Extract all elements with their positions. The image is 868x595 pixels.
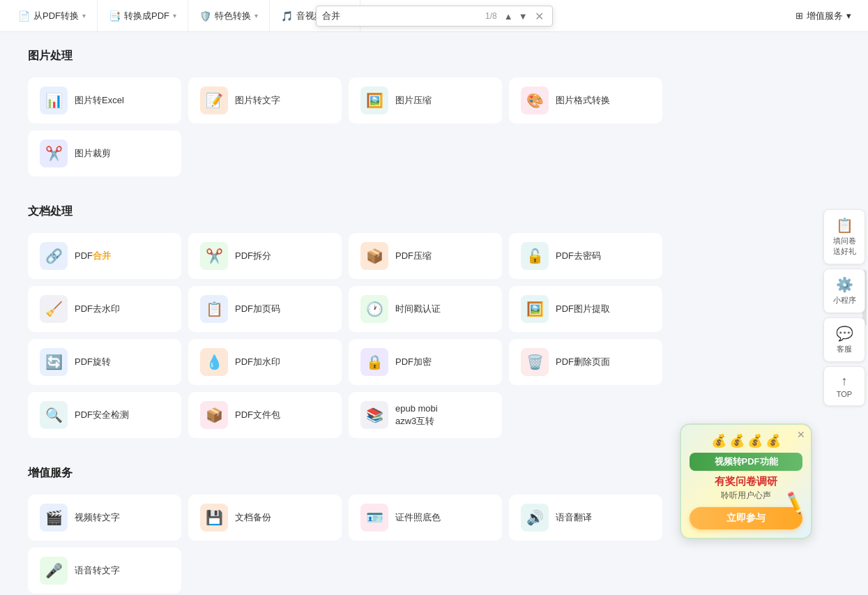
promo-close-button[interactable]: ✕ (797, 429, 805, 440)
cert-bg-remove-icon: 🪪 (360, 504, 388, 532)
pdf-encrypt-icon: 🔒 (360, 348, 388, 376)
img-to-text-icon: 📝 (200, 86, 228, 114)
pdf-security-check-label: PDF安全检测 (75, 409, 129, 421)
to-pdf-chevron: ▾ (173, 12, 176, 20)
pdf-split-icon: ✂️ (200, 242, 228, 270)
tool-img-to-text[interactable]: 📝 图片转文字 (188, 77, 342, 123)
img-crop-icon: ✂️ (40, 140, 68, 167)
tool-pdf-remove-pwd[interactable]: 🔓 PDF去密码 (509, 233, 662, 279)
video-to-text-label: 视频转文字 (75, 511, 120, 524)
promo-title: 视频转PDF功能 (690, 453, 802, 471)
tool-pdf-delete-page[interactable]: 🗑️ PDF删除页面 (509, 339, 662, 385)
pdf-file-pack-label: PDF文件包 (235, 409, 280, 421)
tool-cert-bg-remove[interactable]: 🪪 证件照底色 (349, 495, 502, 541)
right-sidebar: 📋 填问卷 送好礼 ⚙️ 小程序 💬 客服 ↑ TOP (821, 209, 868, 406)
doc-tool-grid: 🔗 PDF合并 ✂️ PDF拆分 📦 PDF压缩 🔓 PDF去密码 🧹 PDF去… (28, 233, 809, 438)
pdf-img-extract-icon: 🖼️ (521, 295, 549, 323)
tool-img-crop[interactable]: ✂️ 图片裁剪 (28, 130, 181, 176)
service-button[interactable]: 💬 客服 (823, 317, 865, 362)
promo-icons-row: 💰 💰 💰 💰 (690, 433, 802, 449)
survey-label: 填问卷 送好礼 (833, 236, 856, 257)
search-bar: 1/8 ▲ ▼ ✕ (316, 6, 553, 27)
tool-pdf-img-extract[interactable]: 🖼️ PDF图片提取 (509, 286, 662, 332)
tool-epub-mobi[interactable]: 📚 epub mobiazw3互转 (349, 392, 502, 438)
tool-pdf-add-page-num[interactable]: 📋 PDF加页码 (188, 286, 342, 332)
survey-button[interactable]: 📋 填问卷 送好礼 (823, 209, 865, 264)
search-next-button[interactable]: ▼ (516, 10, 531, 23)
nav-vip-service[interactable]: ⊞ 增值服务 ▾ (786, 0, 861, 31)
tool-pdf-split[interactable]: ✂️ PDF拆分 (188, 233, 342, 279)
tool-pdf-file-pack[interactable]: 📦 PDF文件包 (188, 392, 342, 438)
nav-to-pdf[interactable]: 📑 转换成PDF ▾ (98, 0, 188, 31)
promo-participate-button[interactable]: 立即参与 (690, 507, 802, 529)
from-pdf-chevron: ▾ (82, 12, 86, 20)
tool-pdf-security-check[interactable]: 🔍 PDF安全检测 (28, 392, 181, 438)
tool-pdf-compress[interactable]: 📦 PDF压缩 (349, 233, 502, 279)
search-close-button[interactable]: ✕ (532, 8, 547, 24)
tool-pdf-add-wm[interactable]: 💧 PDF加水印 (188, 339, 342, 385)
top-label: TOP (837, 390, 852, 398)
img-to-excel-label: 图片转Excel (75, 94, 124, 107)
time-stamp-label: 时间戳认证 (395, 303, 441, 315)
search-prev-button[interactable]: ▲ (501, 10, 516, 23)
pdf-remove-wm-label: PDF去水印 (75, 303, 120, 315)
nav-from-pdf[interactable]: 📄 从PDF转换 ▾ (7, 0, 98, 31)
tool-pdf-remove-wm[interactable]: 🧹 PDF去水印 (28, 286, 181, 332)
pdf-add-wm-icon: 💧 (200, 348, 228, 376)
service-label: 客服 (837, 344, 852, 354)
promo-icon-2: 💰 (729, 433, 745, 449)
img-to-excel-icon: 📊 (40, 86, 68, 114)
search-count: 1/8 (485, 11, 497, 21)
pdf-security-check-icon: 🔍 (40, 401, 68, 429)
doc-backup-icon: 💾 (200, 504, 228, 532)
img-crop-label: 图片裁剪 (75, 147, 111, 160)
pdf-merge-label: PDF合并 (75, 250, 111, 262)
promo-icon-4: 💰 (766, 433, 781, 449)
tool-pdf-rotate[interactable]: 🔄 PDF旋转 (28, 339, 181, 385)
promo-subtitle: 有奖问卷调研 (690, 475, 802, 488)
pdf-rotate-label: PDF旋转 (75, 356, 111, 368)
miniapp-label: 小程序 (833, 295, 856, 306)
pdf-delete-page-label: PDF删除页面 (556, 356, 610, 368)
img-format-label: 图片格式转换 (556, 94, 610, 107)
tool-video-to-text[interactable]: 🎬 视频转文字 (28, 495, 181, 541)
tool-img-to-excel[interactable]: 📊 图片转Excel (28, 77, 181, 123)
pdf-delete-page-icon: 🗑️ (521, 348, 549, 376)
promo-card: ✕ 💰 💰 💰 💰 视频转PDF功能 有奖问卷调研 聆听用户心声 ✏️ 立即参与 (680, 423, 812, 539)
img-compress-label: 图片压缩 (395, 94, 432, 107)
from-pdf-icon: 📄 (18, 10, 30, 22)
doc-section-title: 文档处理 (28, 204, 809, 219)
tool-voice-translate[interactable]: 🔊 语音翻译 (509, 495, 662, 541)
tool-speech-to-text[interactable]: 🎤 语音转文字 (28, 548, 181, 594)
image-processing-section: 图片处理 📊 图片转Excel 📝 图片转文字 🖼️ 图片压缩 🎨 图片格式转换… (28, 49, 809, 176)
special-chevron: ▾ (254, 12, 258, 20)
tool-img-compress[interactable]: 🖼️ 图片压缩 (349, 77, 502, 123)
tool-pdf-merge[interactable]: 🔗 PDF合并 (28, 233, 181, 279)
pdf-remove-pwd-label: PDF去密码 (556, 250, 601, 262)
top-nav: 📄 从PDF转换 ▾ 📑 转换成PDF ▾ 🛡️ 特色转换 ▾ 🎵 音视频转换 … (0, 0, 868, 32)
pdf-compress-icon: 📦 (360, 242, 388, 270)
top-button[interactable]: ↑ TOP (823, 366, 865, 406)
pdf-encrypt-label: PDF加密 (395, 356, 432, 368)
tool-img-format[interactable]: 🎨 图片格式转换 (509, 77, 662, 123)
nav-special[interactable]: 🛡️ 特色转换 ▾ (188, 0, 270, 31)
promo-icon-3: 💰 (747, 433, 763, 449)
special-icon: 🛡️ (199, 10, 211, 22)
epub-mobi-label: epub mobiazw3互转 (395, 402, 438, 428)
pdf-add-wm-label: PDF加水印 (235, 356, 280, 368)
pdf-compress-label: PDF压缩 (395, 250, 432, 262)
image-tool-grid: 📊 图片转Excel 📝 图片转文字 🖼️ 图片压缩 🎨 图片格式转换 ✂️ 图… (28, 77, 809, 176)
nav-to-pdf-label: 转换成PDF (124, 10, 169, 22)
top-arrow-icon: ↑ (842, 374, 848, 389)
nav-from-pdf-label: 从PDF转换 (33, 10, 79, 22)
search-input[interactable] (322, 11, 482, 22)
tool-doc-backup[interactable]: 💾 文档备份 (188, 495, 342, 541)
miniapp-button[interactable]: ⚙️ 小程序 (823, 269, 865, 313)
vip-icon: ⊞ (795, 10, 803, 21)
epub-mobi-icon: 📚 (360, 401, 388, 429)
promo-icon-1: 💰 (711, 433, 726, 449)
speech-to-text-label: 语音转文字 (75, 564, 120, 577)
pdf-split-label: PDF拆分 (235, 250, 271, 262)
tool-pdf-encrypt[interactable]: 🔒 PDF加密 (349, 339, 502, 385)
tool-time-stamp[interactable]: 🕐 时间戳认证 (349, 286, 502, 332)
